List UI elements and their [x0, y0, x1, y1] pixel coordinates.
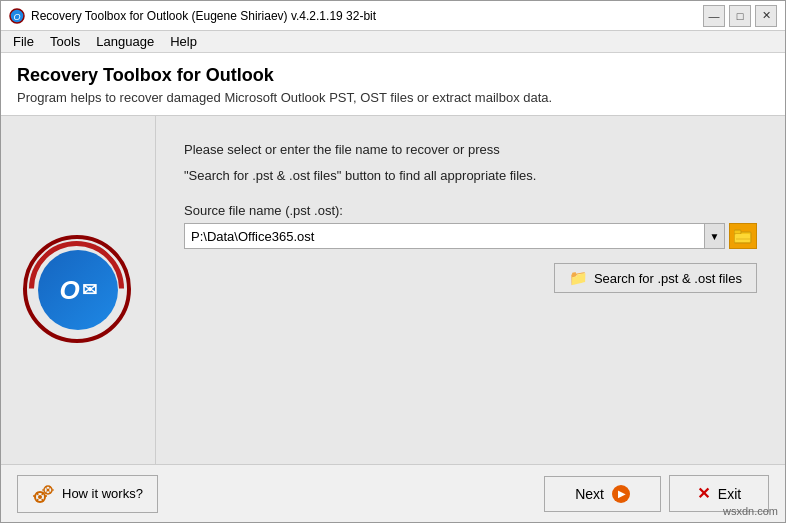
instruction-line2: "Search for .pst & .ost files" button to…	[184, 166, 757, 186]
svg-rect-3	[734, 230, 741, 234]
minimize-button[interactable]: —	[703, 5, 725, 27]
folder-open-icon	[734, 228, 752, 244]
source-file-label: Source file name (.pst .ost):	[184, 203, 757, 218]
next-arrow-icon: ▶	[612, 485, 630, 503]
bottom-bar: How it works? Next ▶ ✕ Exit	[1, 464, 785, 522]
exit-label: Exit	[718, 486, 741, 502]
file-browse-button[interactable]	[729, 223, 757, 249]
search-pst-ost-button[interactable]: 📁 Search for .pst & .ost files	[554, 263, 757, 293]
menu-help[interactable]: Help	[162, 32, 205, 51]
file-input-row: ▼	[184, 223, 757, 249]
gear-icon	[32, 483, 56, 505]
header-title: Recovery Toolbox for Outlook	[17, 65, 769, 86]
menu-file[interactable]: File	[5, 32, 42, 51]
dropdown-arrow-icon: ▼	[710, 231, 720, 242]
title-bar-text: Recovery Toolbox for Outlook (Eugene Shi…	[31, 9, 376, 23]
title-bar-left: O Recovery Toolbox for Outlook (Eugene S…	[9, 8, 376, 24]
header-subtitle: Program helps to recover damaged Microso…	[17, 90, 769, 105]
left-panel: O ✉	[1, 116, 156, 464]
menu-bar: File Tools Language Help	[1, 31, 785, 53]
svg-point-7	[38, 495, 42, 499]
instruction-line1: Please select or enter the file name to …	[184, 140, 757, 160]
title-bar: O Recovery Toolbox for Outlook (Eugene S…	[1, 1, 785, 31]
menu-tools[interactable]: Tools	[42, 32, 88, 51]
main-window: O Recovery Toolbox for Outlook (Eugene S…	[0, 0, 786, 523]
bottom-left: How it works?	[17, 475, 158, 513]
bottom-right: Next ▶ ✕ Exit	[544, 475, 769, 512]
svg-text:O: O	[13, 12, 20, 22]
how-it-works-label: How it works?	[62, 486, 143, 501]
header-section: Recovery Toolbox for Outlook Program hel…	[1, 53, 785, 116]
maximize-button[interactable]: □	[729, 5, 751, 27]
title-bar-controls: — □ ✕	[703, 5, 777, 27]
close-button[interactable]: ✕	[755, 5, 777, 27]
right-panel: Please select or enter the file name to …	[156, 116, 785, 464]
logo-o-letter: O	[59, 275, 79, 306]
source-file-input[interactable]	[185, 224, 704, 248]
logo-text: O ✉	[59, 275, 96, 306]
exit-button[interactable]: ✕ Exit	[669, 475, 769, 512]
logo-envelope: ✉	[82, 279, 97, 301]
menu-language[interactable]: Language	[88, 32, 162, 51]
search-button-label: Search for .pst & .ost files	[594, 271, 742, 286]
svg-rect-4	[735, 234, 750, 242]
file-input-combo: ▼	[184, 223, 725, 249]
exit-x-icon: ✕	[697, 484, 710, 503]
svg-point-9	[47, 488, 50, 491]
app-logo: O ✉	[23, 235, 133, 345]
next-label: Next	[575, 486, 604, 502]
file-dropdown-button[interactable]: ▼	[704, 224, 724, 248]
main-content: O ✉ Please select or enter the file name…	[1, 116, 785, 464]
logo-inner-circle: O ✉	[38, 250, 118, 330]
how-it-works-button[interactable]: How it works?	[17, 475, 158, 513]
next-button[interactable]: Next ▶	[544, 476, 661, 512]
app-icon: O	[9, 8, 25, 24]
search-folder-icon: 📁	[569, 269, 588, 287]
